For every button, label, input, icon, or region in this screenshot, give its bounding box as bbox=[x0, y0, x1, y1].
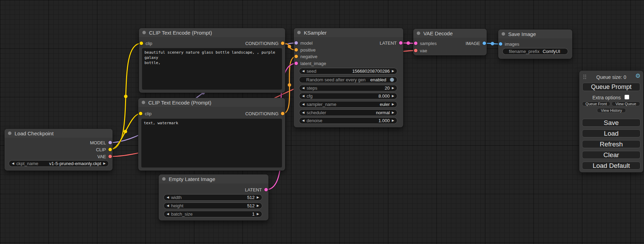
height-widget[interactable]: ◀ height 512 ▶ bbox=[164, 202, 262, 209]
widget-value: 20 bbox=[385, 85, 390, 91]
decrement-arrow-icon[interactable]: ◀ bbox=[167, 204, 169, 207]
vae-input-slot[interactable] bbox=[414, 49, 417, 52]
latent-output-slot[interactable] bbox=[264, 188, 268, 191]
node-load-checkpoint[interactable]: Load Checkpoint MODEL CLIP VAE ◀ ckpt_na… bbox=[5, 129, 113, 171]
latent-image-input-slot[interactable] bbox=[294, 62, 298, 65]
denoise-widget[interactable]: ◀ denoise 1.000 ▶ bbox=[299, 117, 397, 124]
clip-input-slot[interactable] bbox=[140, 42, 143, 45]
increment-arrow-icon[interactable]: ▶ bbox=[392, 87, 394, 90]
node-title-bar[interactable]: KSampler bbox=[294, 28, 403, 37]
clip-output-slot[interactable] bbox=[108, 148, 112, 151]
settings-gear-icon[interactable]: ⚙ bbox=[635, 73, 641, 79]
steps-widget[interactable]: ◀ steps 20 ▶ bbox=[299, 85, 397, 91]
model-output-slot[interactable] bbox=[108, 141, 112, 144]
positive-input-slot[interactable] bbox=[294, 48, 298, 52]
increment-arrow-icon[interactable]: ▶ bbox=[392, 70, 394, 73]
prompt-text-area[interactable]: text, watermark bbox=[141, 119, 282, 168]
node-title: CLIP Text Encode (Prompt) bbox=[148, 100, 211, 106]
input-label: negative bbox=[300, 54, 317, 59]
node-title: Load Checkpoint bbox=[15, 130, 54, 136]
filename-prefix-widget[interactable]: filename_prefix ComfyUI bbox=[502, 48, 568, 55]
load-button[interactable]: Load bbox=[582, 129, 641, 137]
increment-arrow-icon[interactable]: ▶ bbox=[392, 119, 394, 122]
node-empty-latent-image[interactable]: Empty Latent Image LATENT ◀ width 512 ▶ … bbox=[159, 174, 268, 220]
view-queue-button[interactable]: View Queue bbox=[611, 101, 640, 106]
width-widget[interactable]: ◀ width 512 ▶ bbox=[164, 194, 262, 201]
increment-arrow-icon[interactable]: ▶ bbox=[257, 196, 259, 199]
decrement-arrow-icon[interactable]: ◀ bbox=[167, 196, 169, 199]
queue-panel[interactable]: Queue size: 0 ⚙ Queue Prompt Extra optio… bbox=[579, 71, 643, 172]
widget-value: 512 bbox=[247, 203, 255, 208]
cfg-widget[interactable]: ◀ cfg 8.000 ▶ bbox=[299, 93, 397, 99]
node-title-bar[interactable]: VAE Decode bbox=[413, 29, 487, 38]
input-slot-row: images bbox=[499, 40, 519, 47]
node-status-dot-icon bbox=[162, 177, 166, 181]
decrement-arrow-icon[interactable]: ◀ bbox=[302, 119, 305, 122]
seed-widget[interactable]: ◀ seed 156680208700286 ▶ bbox=[299, 68, 397, 74]
decrement-arrow-icon[interactable]: ◀ bbox=[302, 87, 305, 90]
decrement-arrow-icon[interactable]: ◀ bbox=[12, 162, 14, 165]
random-seed-toggle-widget[interactable]: Random seed after every gen enabled bbox=[299, 76, 397, 83]
increment-arrow-icon[interactable]: ▶ bbox=[257, 213, 259, 216]
model-input-slot[interactable] bbox=[294, 41, 298, 45]
vae-output-slot[interactable] bbox=[108, 155, 112, 158]
conditioning-output-slot[interactable] bbox=[281, 42, 284, 45]
image-output-slot[interactable] bbox=[483, 42, 486, 45]
node-title-bar[interactable]: Save Image bbox=[498, 29, 572, 38]
save-button[interactable]: Save bbox=[582, 119, 641, 127]
images-input-slot[interactable] bbox=[499, 42, 502, 46]
decrement-arrow-icon[interactable]: ◀ bbox=[302, 111, 305, 114]
refresh-button[interactable]: Refresh bbox=[582, 140, 641, 148]
node-title: VAE Decode bbox=[423, 30, 453, 36]
load-default-button[interactable]: Load Default bbox=[582, 162, 641, 170]
conditioning-output-slot[interactable] bbox=[281, 112, 284, 115]
sampler-name-widget[interactable]: ◀ sampler_name euler ▶ bbox=[299, 101, 397, 108]
view-history-button[interactable]: View History bbox=[597, 108, 626, 113]
widget-value: 8.000 bbox=[379, 93, 390, 99]
prompt-text-area[interactable]: beautiful scenery nature glass bottle la… bbox=[142, 48, 282, 90]
input-slot-row: positive bbox=[294, 46, 316, 53]
queue-front-button[interactable]: Queue Front bbox=[582, 101, 610, 106]
extra-options-checkbox[interactable] bbox=[625, 95, 629, 99]
node-clip-text-encode-positive[interactable]: CLIP Text Encode (Prompt) clip CONDITION… bbox=[139, 28, 285, 93]
node-title-bar[interactable]: CLIP Text Encode (Prompt) bbox=[138, 98, 285, 107]
queue-prompt-button[interactable]: Queue Prompt bbox=[582, 83, 640, 91]
latent-output-slot[interactable] bbox=[399, 41, 403, 45]
increment-arrow-icon[interactable]: ▶ bbox=[257, 204, 259, 207]
node-clip-text-encode-negative[interactable]: CLIP Text Encode (Prompt) clip CONDITION… bbox=[138, 98, 285, 171]
output-label: VAE bbox=[97, 154, 106, 159]
batch-size-widget[interactable]: ◀ batch_size 1 ▶ bbox=[164, 211, 262, 217]
scheduler-widget[interactable]: ◀ scheduler normal ▶ bbox=[299, 109, 397, 116]
input-label: positive bbox=[300, 47, 316, 53]
widget-value: ComfyUI bbox=[542, 49, 560, 54]
node-title-bar[interactable]: CLIP Text Encode (Prompt) bbox=[139, 28, 285, 37]
decrement-arrow-icon[interactable]: ◀ bbox=[167, 213, 169, 216]
node-ksampler[interactable]: KSampler model positive negative latent_… bbox=[294, 28, 403, 127]
node-vae-decode[interactable]: VAE Decode samples vae IMAGE bbox=[413, 29, 487, 55]
node-status-dot-icon bbox=[502, 32, 505, 36]
node-title-bar[interactable]: Empty Latent Image bbox=[159, 174, 268, 183]
samples-input-slot[interactable] bbox=[414, 42, 417, 45]
clear-button[interactable]: Clear bbox=[582, 151, 641, 159]
widget-label: seed bbox=[307, 69, 316, 74]
toggle-enabled-icon[interactable] bbox=[390, 78, 394, 82]
decrement-arrow-icon[interactable]: ◀ bbox=[302, 103, 305, 106]
output-label: MODEL bbox=[90, 140, 106, 145]
node-save-image[interactable]: Save Image images filename_prefix ComfyU… bbox=[498, 29, 572, 59]
ckpt-name-widget[interactable]: ◀ ckpt_name v1-5-pruned-emaonly.ckpt ▶ bbox=[9, 160, 109, 167]
input-slot-row: latent_image bbox=[294, 60, 326, 67]
input-label: model bbox=[300, 40, 312, 46]
increment-arrow-icon[interactable]: ▶ bbox=[392, 103, 394, 106]
output-slot-row: CONDITIONING bbox=[245, 110, 284, 117]
graph-canvas[interactable]: Load Checkpoint MODEL CLIP VAE ◀ ckpt_na… bbox=[0, 0, 644, 244]
node-title: Empty Latent Image bbox=[169, 176, 215, 182]
widget-value: euler bbox=[380, 102, 390, 107]
clip-input-slot[interactable] bbox=[139, 112, 142, 115]
negative-input-slot[interactable] bbox=[294, 55, 298, 58]
increment-arrow-icon[interactable]: ▶ bbox=[392, 111, 394, 114]
increment-arrow-icon[interactable]: ▶ bbox=[392, 94, 394, 98]
decrement-arrow-icon[interactable]: ◀ bbox=[302, 70, 305, 73]
increment-arrow-icon[interactable]: ▶ bbox=[103, 162, 106, 165]
decrement-arrow-icon[interactable]: ◀ bbox=[302, 94, 305, 98]
node-title-bar[interactable]: Load Checkpoint bbox=[5, 129, 113, 138]
